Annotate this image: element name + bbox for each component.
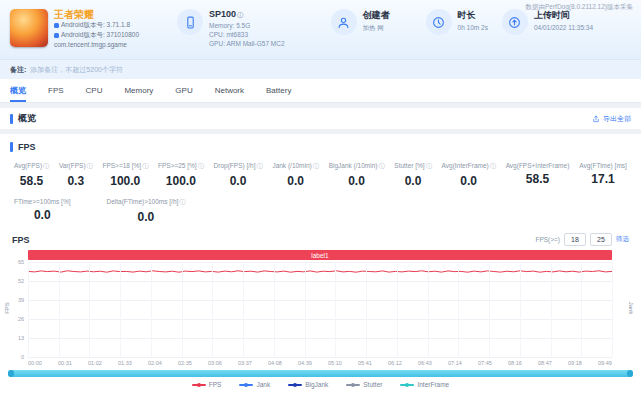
info-icon[interactable]: ⓘ: [378, 163, 384, 169]
app-title: 王者荣耀: [54, 9, 139, 20]
metric-label: Avg(FPS)ⓘ: [14, 162, 49, 171]
phone-icon: [177, 9, 203, 35]
fps-card-title: FPS: [18, 142, 36, 152]
fps-filter-label: FPS(>=): [535, 236, 560, 243]
info-icon[interactable]: ⓘ: [490, 163, 496, 169]
y-axis-tick: 52: [6, 278, 24, 284]
tab-Battery[interactable]: Battery: [266, 79, 291, 102]
x-axis-tick: 02:04: [148, 360, 162, 366]
info-icon[interactable]: ⓘ: [179, 199, 185, 205]
info-icon[interactable]: ⓘ: [426, 163, 432, 169]
info-icon[interactable]: ⓘ: [237, 12, 243, 18]
metric-value: 0.0: [14, 208, 70, 222]
tab-Network[interactable]: Network: [215, 79, 244, 102]
chart-annotation-banner[interactable]: label1: [28, 250, 612, 260]
gridline-vertical: [120, 262, 121, 357]
session-header: 数据由PerfDog(8.0.2112.12)版本采集 王者荣耀 Android…: [0, 0, 641, 60]
metric-value: 0.0: [106, 210, 185, 224]
x-axis-tick: 05:41: [358, 360, 372, 366]
creator-info: 创建者 加热 网: [331, 9, 390, 35]
x-axis-tick: 01:02: [88, 360, 102, 366]
gridline-vertical: [520, 262, 521, 357]
fps-filter-min-input[interactable]: [564, 233, 586, 246]
metric: Avg(InterFrame)ⓘ0.0: [442, 162, 496, 188]
fps-filter-apply-link[interactable]: 筛选: [616, 235, 629, 244]
gridline-vertical: [458, 262, 459, 357]
gridline-vertical: [274, 262, 275, 357]
gridline-vertical: [182, 262, 183, 357]
legend-item[interactable]: Stutter: [346, 381, 382, 388]
tab-概览[interactable]: 概览: [10, 79, 26, 102]
tab-GPU[interactable]: GPU: [175, 79, 192, 102]
x-axis: 00:0000:3101:0201:3302:0402:3503:0603:37…: [28, 360, 612, 366]
metric-label: Jank (/10min)ⓘ: [272, 162, 318, 171]
clock-icon: [426, 9, 452, 35]
gridline-vertical: [581, 262, 582, 357]
x-axis-tick: 03:37: [238, 360, 252, 366]
app-version-text1: Android版本号: 3.71.1.8: [61, 21, 130, 30]
legend-item[interactable]: Jank: [239, 381, 270, 388]
remark-input[interactable]: 备注: 添加备注，不超过5200个字符: [0, 60, 641, 79]
gridline: [28, 338, 612, 339]
tab-CPU[interactable]: CPU: [86, 79, 103, 102]
remark-label: 备注:: [10, 65, 26, 75]
x-axis-tick: 02:35: [178, 360, 192, 366]
gridline-vertical: [212, 262, 213, 357]
gridline-vertical: [305, 262, 306, 357]
fps-card-accent: [10, 142, 13, 152]
legend-dot: [197, 383, 201, 387]
metric-label: BigJank (/10min)ⓘ: [329, 162, 385, 171]
gridline-vertical: [489, 262, 490, 357]
x-axis-tick: 06:12: [388, 360, 402, 366]
gridline-vertical: [243, 262, 244, 357]
x-axis-tick: 07:14: [448, 360, 462, 366]
metric: BigJank (/10min)ⓘ0.0: [329, 162, 385, 188]
metric: Drop(FPS) [/h]ⓘ0.0: [214, 162, 263, 188]
info-icon[interactable]: ⓘ: [87, 163, 93, 169]
info-icon[interactable]: ⓘ: [142, 163, 148, 169]
metric-label: Avg(FTime) [ms]: [579, 162, 627, 169]
legend-item[interactable]: FPS: [192, 381, 222, 388]
x-axis-tick: 09:18: [568, 360, 582, 366]
tab-FPS[interactable]: FPS: [48, 79, 64, 102]
legend-marker: [192, 384, 206, 386]
remark-placeholder: 添加备注，不超过5200个字符: [30, 65, 123, 75]
export-all-link[interactable]: 导出全部: [592, 114, 631, 124]
legend-marker: [400, 384, 414, 386]
legend-item[interactable]: InterFrame: [400, 381, 449, 388]
metric-value: 100.0: [102, 174, 148, 188]
info-icon[interactable]: ⓘ: [43, 163, 49, 169]
legend-marker: [239, 384, 253, 386]
y-axis-tick: 0: [6, 354, 24, 360]
metrics-row-1: Avg(FPS)ⓘ58.5Var(FPS)ⓘ0.3FPS>=18 [%]ⓘ100…: [0, 155, 641, 188]
device-name-text: SP100: [209, 9, 236, 19]
metric-value: 0.3: [59, 174, 93, 188]
metric-label: Stutter [%]ⓘ: [394, 162, 431, 171]
legend-label: BigJank: [305, 381, 328, 388]
info-icon[interactable]: ⓘ: [313, 163, 319, 169]
device-info: SP100ⓘ Memory: 5.5G CPU: mt6833 GPU: ARM…: [177, 9, 285, 47]
legend-item[interactable]: BigJank: [288, 381, 328, 388]
duration-value: 0h 10m 2s: [458, 24, 488, 31]
legend-dot: [293, 383, 297, 387]
info-icon[interactable]: ⓘ: [198, 163, 204, 169]
gridline-vertical: [89, 262, 90, 357]
info-icon[interactable]: ⓘ: [256, 163, 262, 169]
tab-Memory[interactable]: Memory: [124, 79, 153, 102]
export-all-label: 导出全部: [603, 114, 631, 124]
x-axis-tick: 08:16: [508, 360, 522, 366]
gridline-vertical: [366, 262, 367, 357]
device-gpu: GPU: ARM Mali-G57 MC2: [209, 40, 285, 47]
y-axis-tick: 13: [6, 335, 24, 341]
app-version-text2: Android版本号: 371010800: [61, 31, 139, 40]
app-info: 王者荣耀 Android版本号: 3.71.1.8 Android版本号: 37…: [10, 9, 139, 48]
legend-label: Jank: [256, 381, 270, 388]
chart-plot[interactable]: 65523926130: [28, 262, 612, 358]
chart-scrollbar[interactable]: [8, 370, 633, 377]
fps-filter-max-input[interactable]: [590, 233, 612, 246]
user-icon: [331, 9, 357, 35]
overview-section-header: 概览 导出全部: [0, 108, 641, 129]
section-title: 概览: [18, 112, 36, 125]
device-name: SP100ⓘ: [209, 9, 285, 20]
gridline-vertical: [28, 262, 29, 357]
